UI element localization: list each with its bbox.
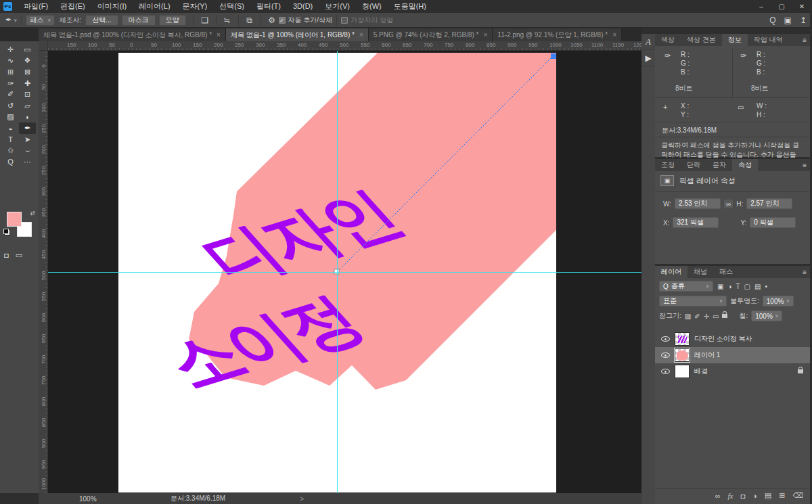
filter-pixel-layers-icon[interactable]: ▣ (717, 283, 723, 290)
tab-channels[interactable]: 채널 (687, 266, 713, 278)
share-icon[interactable]: ↥ (800, 16, 807, 25)
edit-toolbar-more-icon[interactable]: ⋯ (19, 156, 36, 168)
actions-panel-icon[interactable]: ▶ (641, 50, 655, 66)
lock-all-icon[interactable] (722, 314, 727, 318)
delete-layer-icon[interactable]: ⌫ (792, 491, 803, 500)
layer-name[interactable]: 배경 (694, 367, 708, 376)
eraser-tool[interactable]: ▱ (19, 100, 36, 112)
menu-help[interactable]: 도움말(H) (388, 0, 432, 13)
workspace-switcher-icon[interactable]: ▣ (784, 16, 792, 25)
adjustment-layer-icon[interactable]: ◑ (752, 492, 757, 500)
foreground-color-swatch[interactable] (7, 212, 22, 227)
panel-menu-icon[interactable]: ≡ (803, 34, 810, 46)
tab-color[interactable]: 색상 (655, 34, 681, 46)
filter-shape-layers-icon[interactable]: ▢ (744, 283, 750, 290)
x-field[interactable]: 321 픽셀 (673, 217, 719, 228)
menu-select[interactable]: 선택(S) (213, 0, 250, 13)
visibility-eye-icon[interactable] (661, 336, 670, 342)
tab-adjustments[interactable]: 조정 (655, 159, 681, 171)
horizontal-guide[interactable] (48, 272, 641, 273)
bit-depth-right[interactable]: 8비트 (751, 84, 769, 93)
menu-type[interactable]: 문자(Y) (177, 0, 214, 13)
horizontal-ruler[interactable]: 1501005005010015020025030035040045050055… (48, 41, 641, 51)
object-selection-tool[interactable]: ❖ (19, 55, 36, 67)
layer-row-background[interactable]: 배경 (655, 363, 810, 380)
layer-name[interactable]: 디자인 소이정 복사 (694, 334, 752, 344)
shape-tool[interactable]: ✩ (2, 145, 19, 156)
filter-adjustment-layers-icon[interactable]: ◑ (727, 283, 731, 290)
menu-layer[interactable]: 레이어(L) (133, 0, 176, 13)
bit-depth-left[interactable]: 8비트 (675, 84, 693, 93)
new-group-icon[interactable]: ▤ (765, 491, 771, 500)
type-tool[interactable]: T (2, 134, 19, 145)
make-shape-button[interactable]: 모양 (159, 15, 186, 26)
lock-paint-icon[interactable]: ✐ (694, 313, 700, 320)
path-anchor-end[interactable] (551, 53, 556, 59)
lock-artboard-icon[interactable]: ▭ (713, 313, 719, 320)
menu-filter[interactable]: 필터(T) (250, 0, 287, 13)
search-icon[interactable]: Q (769, 16, 775, 25)
swap-colors-icon[interactable]: ⇄ (30, 210, 35, 216)
tab-history[interactable]: 작업 내역 (748, 34, 789, 46)
path-mode-select[interactable]: 패스 ∨ (26, 15, 55, 26)
auto-add-delete-checkbox[interactable]: ✓ (279, 17, 286, 24)
menu-edit[interactable]: 편집(E) (54, 0, 91, 13)
panel-menu-icon[interactable]: ≡ (803, 266, 810, 278)
zoom-level-field[interactable]: 100% (79, 495, 120, 503)
layer-thumbnail[interactable] (675, 365, 690, 378)
close-tab-icon[interactable]: × (484, 31, 488, 39)
tab-info-active[interactable]: 정보 (722, 34, 748, 46)
dodge-tool[interactable]: ◒ (2, 122, 19, 134)
opacity-field[interactable]: 100% ∨ (763, 296, 794, 306)
menu-image[interactable]: 이미지(I) (91, 0, 133, 13)
tab-character[interactable]: 문자 (706, 159, 732, 171)
make-selection-button[interactable]: 선택... (85, 15, 118, 26)
layer-row-selected[interactable]: 레이어 1 (655, 347, 810, 363)
smudge-tool[interactable]: ◗ (19, 112, 36, 123)
quick-mask-icon[interactable]: ◘ (4, 251, 9, 260)
clone-stamp-tool[interactable]: ⊡ (19, 89, 36, 100)
align-edges-checkbox[interactable] (341, 17, 348, 24)
filter-smart-objects-icon[interactable]: ▤ (754, 283, 761, 290)
menu-view[interactable]: 보기(V) (319, 0, 356, 13)
lock-transparency-icon[interactable]: ▨ (685, 313, 691, 320)
tab-swatches[interactable]: 색상 견본 (681, 34, 722, 46)
maximize-button[interactable]: ▢ (771, 0, 792, 13)
path-arrangement-icon[interactable]: ⧉ (243, 16, 256, 25)
status-options-chevron[interactable]: > (300, 495, 304, 503)
vertical-ruler[interactable]: 0501001502002503003504004505005506006507… (39, 51, 48, 493)
vertical-guide[interactable] (337, 51, 338, 493)
link-layers-icon[interactable]: ∞ (715, 492, 721, 500)
marquee-tool[interactable]: ▭ (19, 44, 36, 55)
layer-thumbnail[interactable] (675, 348, 690, 362)
layer-name[interactable]: 레이어 1 (694, 350, 720, 360)
tab-properties-active[interactable]: 속성 (732, 159, 758, 171)
y-field[interactable]: 0 픽셀 (750, 217, 796, 228)
gradient-tool[interactable]: ▨ (2, 112, 19, 123)
width-field[interactable]: 2.53 인치 (675, 198, 721, 209)
brush-tool[interactable]: ✐ (2, 89, 19, 100)
hand-tool[interactable]: ⌣ (19, 145, 36, 156)
close-button[interactable]: ✕ (792, 0, 812, 13)
panel-menu-icon[interactable]: ≡ (803, 159, 810, 171)
close-tab-icon[interactable]: × (612, 31, 616, 39)
move-tool[interactable]: ✛ (2, 44, 19, 55)
layer-filter-select[interactable]: Q 종류 ∨ (659, 281, 713, 292)
height-field[interactable]: 2.57 인치 (746, 198, 792, 209)
filter-toggle-pin-icon[interactable]: • (765, 283, 768, 290)
close-tab-icon[interactable]: × (359, 31, 363, 39)
document-tab-1[interactable]: 제목 없음-1.psd @ 100% (디자인 소이정 복사, RGB/8) *… (39, 28, 226, 41)
layer-thumbnail[interactable] (675, 332, 690, 346)
pen-tool-selected[interactable]: ✒ (19, 122, 36, 134)
menu-window[interactable]: 창(W) (356, 0, 388, 13)
make-mask-button[interactable]: 마스크 (122, 15, 156, 26)
link-dimensions-icon[interactable]: ∞ (724, 200, 733, 208)
crop-tool[interactable]: ⊞ (2, 66, 19, 78)
path-selection-tool[interactable]: ➤ (19, 134, 36, 145)
tab-paths[interactable]: 패스 (713, 266, 739, 278)
tab-layers-active[interactable]: 레이어 (655, 266, 687, 278)
path-options-gear-icon[interactable]: ⚙ (265, 16, 279, 25)
zoom-tool[interactable]: Q (2, 156, 19, 168)
path-alignment-icon[interactable]: ≒ (221, 16, 234, 25)
lock-position-icon[interactable]: ✛ (704, 313, 709, 320)
